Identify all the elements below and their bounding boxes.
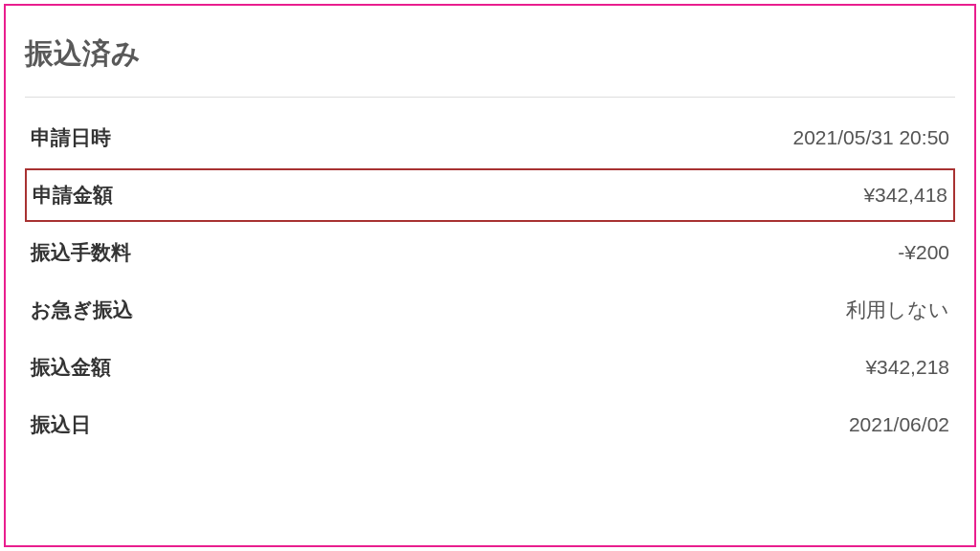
value-transfer-fee: -¥200: [898, 241, 949, 264]
row-transfer-fee: 振込手数料 -¥200: [25, 224, 955, 281]
value-express-transfer: 利用しない: [846, 297, 949, 323]
value-applied-amount: ¥342,418: [863, 184, 947, 207]
title-divider: [25, 97, 955, 98]
transfer-details-panel: 振込済み 申請日時 2021/05/31 20:50 申請金額 ¥342,418…: [4, 4, 976, 547]
label-express-transfer: お急ぎ振込: [31, 297, 133, 323]
page-title: 振込済み: [25, 34, 955, 74]
row-express-transfer: お急ぎ振込 利用しない: [25, 281, 955, 339]
value-applied-at: 2021/05/31 20:50: [793, 126, 950, 149]
row-applied-amount: 申請金額 ¥342,418: [27, 170, 953, 220]
label-transfer-date: 振込日: [31, 411, 91, 438]
row-applied-at: 申請日時 2021/05/31 20:50: [25, 109, 955, 166]
label-applied-at: 申請日時: [31, 124, 111, 151]
highlight-applied-amount: 申請金額 ¥342,418: [25, 168, 955, 222]
value-transfer-amount: ¥342,218: [865, 356, 949, 379]
label-applied-amount: 申請金額: [33, 182, 113, 209]
label-transfer-fee: 振込手数料: [31, 239, 131, 266]
label-transfer-amount: 振込金額: [31, 354, 111, 381]
row-transfer-amount: 振込金額 ¥342,218: [25, 339, 955, 396]
value-transfer-date: 2021/06/02: [849, 413, 949, 436]
row-transfer-date: 振込日 2021/06/02: [25, 396, 955, 453]
